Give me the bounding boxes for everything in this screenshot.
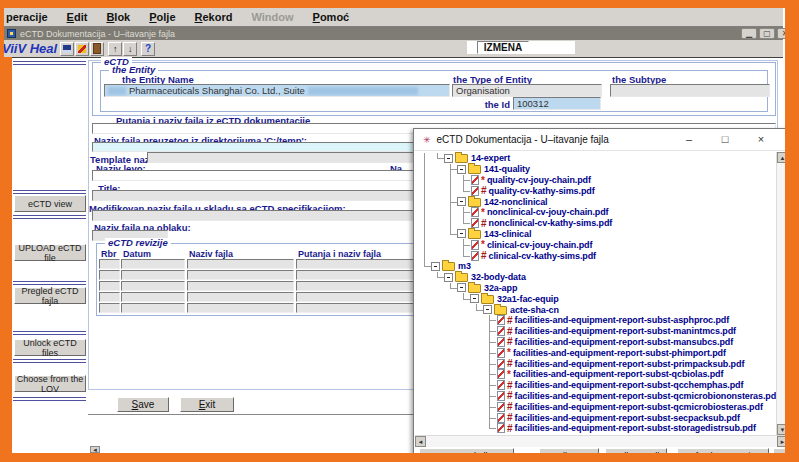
- tree-node[interactable]: 32a-app: [418, 283, 776, 294]
- tree-node[interactable]: 143-clinical: [418, 229, 776, 240]
- tree-connector: [444, 304, 457, 315]
- dialog-close-icon[interactable]: ×: [746, 129, 776, 151]
- dialog-title-bar[interactable]: ✳ eCTD Dokumentacija - U–itavanje fajla …: [414, 129, 798, 151]
- revisions-cell[interactable]: [121, 281, 185, 291]
- revisions-cell[interactable]: [187, 259, 294, 269]
- tree-node[interactable]: 32-body-data: [418, 272, 776, 283]
- save-button[interactable]: Save: [117, 397, 169, 412]
- tree-node[interactable]: 142-nonclinical: [418, 196, 776, 207]
- sidebar-button-choose-from-the-lov[interactable]: Choose from the LOV: [14, 375, 86, 392]
- tree-node[interactable]: *quality-cv-jouy-chain.pdf: [418, 175, 776, 186]
- dialog-hscrollbar[interactable]: ◄ ►: [415, 435, 788, 447]
- entity-subtype-field[interactable]: [610, 84, 770, 97]
- tree-node[interactable]: *nonclinical-cv-jouy-chain.pdf: [418, 207, 776, 218]
- tree-connector: [470, 304, 483, 315]
- modified-name-field[interactable]: [92, 210, 422, 221]
- dialog-minimize-icon[interactable]: –: [674, 129, 704, 151]
- menu-item-blok[interactable]: Blok: [106, 11, 130, 23]
- tree-node[interactable]: *facilities-and-equipment-report-subst-q…: [418, 369, 776, 380]
- menu-item-edit[interactable]: Edit: [67, 11, 88, 23]
- sidebar-button-ectd-view[interactable]: eCTD view: [14, 195, 86, 212]
- entity-id-field[interactable]: 100312: [513, 97, 601, 110]
- revisions-cell[interactable]: [99, 259, 120, 269]
- scroll-left-icon[interactable]: ◄: [415, 436, 426, 447]
- tree-node[interactable]: *facilities-and-equipment-report-subst-p…: [418, 347, 776, 358]
- tree-node-label: facilities-and-equipment-report-subst-ma…: [515, 337, 734, 347]
- menu-item-rekord[interactable]: Rekord: [195, 11, 233, 23]
- revisions-cell[interactable]: [187, 292, 294, 302]
- expand-toggle-icon[interactable]: [431, 262, 440, 271]
- title-field[interactable]: [92, 190, 422, 201]
- maximize-icon[interactable]: ▢: [759, 28, 775, 39]
- revisions-cell[interactable]: [99, 292, 120, 302]
- menu-item-window[interactable]: Window: [251, 11, 293, 23]
- revisions-cell[interactable]: [121, 303, 185, 313]
- sidebar-separator: [13, 331, 86, 335]
- sidebar-button-pregled-ectd-fajla[interactable]: Pregled eCTD fajla: [14, 287, 86, 304]
- expand-toggle-icon[interactable]: [444, 154, 453, 163]
- tree-connector: [418, 261, 431, 272]
- dialog-maximize-icon[interactable]: □: [710, 129, 740, 151]
- hscroll-left-icon[interactable]: ◄: [90, 446, 100, 453]
- tree-node[interactable]: #facilities-and-equipment-report-subst-m…: [418, 337, 776, 348]
- tree-node[interactable]: #facilities-and-equipment-report-subst-s…: [418, 423, 776, 434]
- up-arrow-icon[interactable]: ↑: [108, 42, 122, 56]
- menu-item-polje[interactable]: Polje: [149, 11, 175, 23]
- tree-node-label: facilities-and-equipment-report-subst-qc…: [515, 402, 763, 412]
- menu-item-peracije[interactable]: peracije: [6, 11, 48, 23]
- exit-door-icon[interactable]: [90, 42, 104, 56]
- expand-toggle-icon[interactable]: [457, 165, 466, 174]
- tree-node[interactable]: 32a1-fac-equip: [418, 293, 776, 304]
- tree-node[interactable]: 141-quality: [418, 164, 776, 175]
- sidebar-button-unlock-ectd-files[interactable]: Unlock eCTD files: [14, 339, 86, 356]
- tree-connector: [444, 293, 457, 304]
- tree-connector: [418, 401, 431, 412]
- tree-node[interactable]: #facilities-and-equipment-report-subst-s…: [418, 412, 776, 423]
- tree-node[interactable]: m3: [418, 261, 776, 272]
- expand-toggle-icon[interactable]: [457, 283, 466, 292]
- left-name-field[interactable]: [92, 170, 422, 181]
- tree-node[interactable]: 14-expert: [418, 153, 776, 164]
- expand-toggle-icon[interactable]: [457, 229, 466, 238]
- tree-node[interactable]: #quality-cv-kathy-sims.pdf: [418, 185, 776, 196]
- tree-node[interactable]: #facilities-and-equipment-report-subst-q…: [418, 391, 776, 402]
- tree-node[interactable]: #facilities-and-equipment-report-subst-q…: [418, 380, 776, 391]
- entity-type-field[interactable]: Organisation: [452, 84, 602, 97]
- save-icon[interactable]: [60, 42, 74, 56]
- tree-connector: [431, 347, 444, 358]
- tree-node[interactable]: #nonclinical-cv-kathy-sims.pdf: [418, 218, 776, 229]
- tree-node[interactable]: #facilities-and-equipment-report-subst-q…: [418, 401, 776, 412]
- minimize-icon[interactable]: ▁: [741, 28, 757, 39]
- expand-toggle-icon[interactable]: [470, 294, 479, 303]
- tree-node[interactable]: #facilities-and-equipment-report-subst-a…: [418, 315, 776, 326]
- tree-connector: [431, 326, 444, 337]
- help-icon[interactable]: ?: [141, 42, 155, 56]
- sidebar-button-upload-ectd-file[interactable]: UPLOAD eCTD file: [14, 244, 86, 261]
- tree-node[interactable]: #clinical-cv-kathy-sims.pdf: [418, 250, 776, 261]
- revisions-cell[interactable]: [99, 303, 120, 313]
- expand-toggle-icon[interactable]: [457, 197, 466, 206]
- revisions-cell[interactable]: [187, 281, 294, 291]
- tree-node[interactable]: acte-sha-cn: [418, 304, 776, 315]
- exit-button[interactable]: Exit: [180, 397, 234, 412]
- template-field[interactable]: [147, 152, 439, 163]
- expand-toggle-icon[interactable]: [444, 273, 453, 282]
- revisions-cell[interactable]: [121, 292, 185, 302]
- revisions-cell[interactable]: [121, 270, 185, 280]
- tree-node[interactable]: #facilities-and-equipment-report-subst-m…: [418, 326, 776, 337]
- revisions-cell[interactable]: [121, 259, 185, 269]
- entity-name-field[interactable]: Pharmaceuticals Shanghai Co. Ltd., Suite: [104, 84, 450, 97]
- tree-connector: [431, 423, 444, 434]
- tree-node[interactable]: #facilities-and-equipment-report-subst-p…: [418, 358, 776, 369]
- expand-toggle-icon[interactable]: [483, 305, 492, 314]
- clear-icon[interactable]: [75, 42, 89, 56]
- tree-connector: [444, 229, 457, 240]
- tree-node[interactable]: *clinical-cv-jouy-chain.pdf: [418, 239, 776, 250]
- menu-item-pomo[interactable]: Pomoć: [313, 11, 350, 23]
- revisions-cell[interactable]: [99, 281, 120, 291]
- revisions-cell[interactable]: [187, 270, 294, 280]
- revisions-cell[interactable]: [99, 270, 120, 280]
- tree-connector: [470, 380, 483, 391]
- down-arrow-icon[interactable]: ↓: [123, 42, 137, 56]
- revisions-cell[interactable]: [187, 303, 294, 313]
